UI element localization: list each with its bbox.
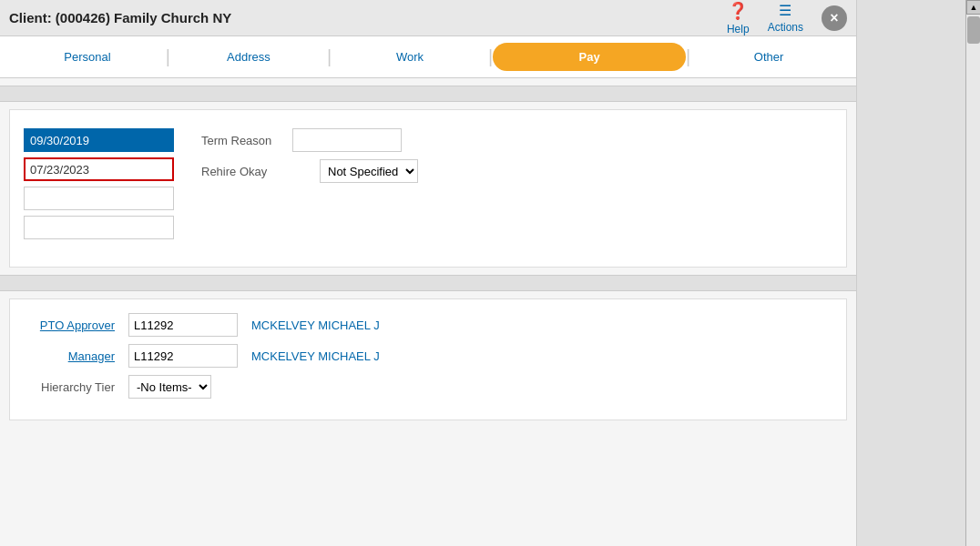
window-title: Client: (000426) Family Church NY bbox=[9, 10, 231, 25]
rehire-row: Rehire Okay Not Specified Yes No bbox=[201, 159, 418, 183]
close-icon: × bbox=[830, 10, 838, 26]
hierarchy-select[interactable]: -No Items- bbox=[128, 375, 211, 399]
date-input-1[interactable] bbox=[24, 128, 174, 152]
section-divider-2 bbox=[0, 275, 856, 291]
tab-personal[interactable]: Personal bbox=[9, 41, 166, 73]
date-input-2[interactable] bbox=[24, 157, 174, 181]
tab-work[interactable]: Work bbox=[332, 41, 488, 73]
scrollbar[interactable]: ▲ bbox=[965, 0, 980, 546]
tab-other[interactable]: Other bbox=[690, 41, 847, 73]
actions-icon: ☰ bbox=[779, 2, 791, 19]
rehire-label: Rehire Okay bbox=[201, 165, 311, 178]
pto-manager-section: PTO Approver MCKELVEY MICHAEL J Manager … bbox=[9, 298, 847, 420]
hierarchy-row: Hierarchy Tier -No Items- bbox=[24, 375, 832, 399]
scroll-up-arrow[interactable]: ▲ bbox=[966, 0, 980, 15]
scrollbar-thumb[interactable] bbox=[967, 16, 980, 44]
pto-approver-label[interactable]: PTO Approver bbox=[24, 318, 115, 332]
date-inputs bbox=[24, 128, 174, 239]
actions-button[interactable]: ☰ Actions bbox=[768, 2, 803, 34]
term-reason-label: Term Reason bbox=[201, 134, 283, 147]
manager-row: Manager MCKELVEY MICHAEL J bbox=[24, 344, 832, 368]
term-reason-row: Term Reason bbox=[201, 128, 418, 152]
tab-address[interactable]: Address bbox=[170, 41, 327, 73]
term-reason-input[interactable] bbox=[292, 128, 402, 152]
help-icon: ❓ bbox=[728, 1, 748, 21]
nav-tabs: Personal | Address | Work | Pay | Other bbox=[0, 36, 856, 78]
pto-approver-name: MCKELVEY MICHAEL J bbox=[251, 318, 415, 332]
section-divider-1 bbox=[0, 86, 856, 102]
manager-input[interactable] bbox=[128, 344, 238, 368]
close-button[interactable]: × bbox=[822, 5, 847, 31]
manager-name: MCKELVEY MICHAEL J bbox=[251, 349, 415, 363]
rehire-select[interactable]: Not Specified Yes No bbox=[320, 159, 418, 183]
date-input-3[interactable] bbox=[24, 187, 174, 210]
manager-label[interactable]: Manager bbox=[24, 349, 115, 363]
pto-approver-row: PTO Approver MCKELVEY MICHAEL J bbox=[24, 313, 832, 337]
termination-section: Term Reason Rehire Okay Not Specified Ye… bbox=[9, 109, 847, 268]
side-text-1 bbox=[857, 0, 866, 17]
help-button[interactable]: ❓ Help bbox=[727, 1, 750, 35]
help-label: Help bbox=[727, 23, 750, 35]
title-bar: Client: (000426) Family Church NY ❓ Help… bbox=[0, 0, 856, 36]
actions-label: Actions bbox=[768, 21, 803, 34]
pto-approver-input[interactable] bbox=[128, 313, 238, 337]
term-reason-section: Term Reason Rehire Okay Not Specified Ye… bbox=[201, 128, 418, 239]
hierarchy-label: Hierarchy Tier bbox=[24, 380, 115, 394]
date-input-4[interactable] bbox=[24, 216, 174, 239]
right-strip bbox=[856, 0, 980, 546]
tab-pay[interactable]: Pay bbox=[493, 43, 686, 71]
